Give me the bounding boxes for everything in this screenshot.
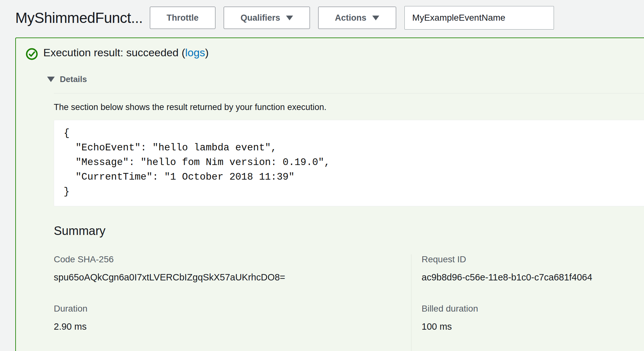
function-header: MyShimmedFunct... Throttle Qualifiers Ac… (0, 0, 644, 36)
details-toggle[interactable]: Details (47, 74, 644, 84)
execution-result-text: Execution result: succeeded (logs) (43, 46, 209, 59)
summary-heading: Summary (54, 224, 644, 238)
execution-status-row: Execution result: succeeded (logs) (16, 38, 644, 62)
qualifiers-button[interactable]: Qualifiers (224, 7, 310, 29)
summary-field-value: ac9b8d96-c56e-11e8-b1c0-c7ca681f4064 (422, 272, 644, 283)
qualifiers-button-label: Qualifiers (241, 13, 280, 23)
execution-result-suffix: ) (205, 46, 208, 59)
details-divider (54, 93, 644, 93)
summary-field-duration: Duration 2.90 ms (54, 304, 411, 332)
summary-field-value: spu65oAQkCgn6a0I7xtLVERCbIZgqSkX57aUKrhc… (54, 272, 411, 283)
function-result-code-box: { "EchoEvent": "hello lambda event", "Me… (54, 120, 644, 206)
summary-grid: Code SHA-256 spu65oAQkCgn6a0I7xtLVERCbIZ… (54, 254, 644, 351)
summary-field-request-id: Request ID ac9b8d96-c56e-11e8-b1c0-c7ca6… (422, 254, 644, 283)
caret-down-icon (286, 16, 293, 20)
execution-result-panel: Execution result: succeeded (logs) Detai… (15, 38, 644, 351)
throttle-button-label: Throttle (167, 13, 199, 23)
summary-field-label: Duration (54, 304, 411, 314)
throttle-button[interactable]: Throttle (150, 7, 216, 29)
test-event-select[interactable]: MyExampleEventName (404, 6, 554, 30)
summary-column-left: Code SHA-256 spu65oAQkCgn6a0I7xtLVERCbIZ… (54, 254, 411, 351)
test-event-select-value: MyExampleEventName (412, 13, 506, 23)
header-actions: Throttle Qualifiers Actions MyExampleEve… (150, 6, 554, 30)
actions-button-label: Actions (335, 13, 367, 23)
summary-field-label: Code SHA-256 (54, 254, 411, 265)
result-description: The section below shows the result retur… (54, 102, 644, 112)
triangle-down-icon (47, 77, 55, 82)
summary-field-value: 100 ms (422, 321, 644, 332)
caret-down-icon (372, 16, 379, 20)
execution-result-prefix: Execution result: succeeded ( (43, 46, 185, 59)
details-toggle-label: Details (60, 74, 87, 84)
function-name-title: MyShimmedFunct... (15, 9, 143, 26)
summary-field-label: Billed duration (422, 304, 644, 314)
summary-field-value: 2.90 ms (54, 321, 411, 332)
function-result-json: { "EchoEvent": "hello lambda event", "Me… (64, 126, 644, 199)
success-check-circle-icon (25, 48, 38, 62)
logs-link[interactable]: logs (185, 46, 205, 59)
actions-button[interactable]: Actions (318, 7, 396, 29)
summary-field-billed-duration: Billed duration 100 ms (422, 304, 644, 332)
summary-column-right: Request ID ac9b8d96-c56e-11e8-b1c0-c7ca6… (411, 254, 644, 351)
summary-field-label: Request ID (422, 254, 644, 265)
summary-field-code-sha256: Code SHA-256 spu65oAQkCgn6a0I7xtLVERCbIZ… (54, 254, 411, 283)
